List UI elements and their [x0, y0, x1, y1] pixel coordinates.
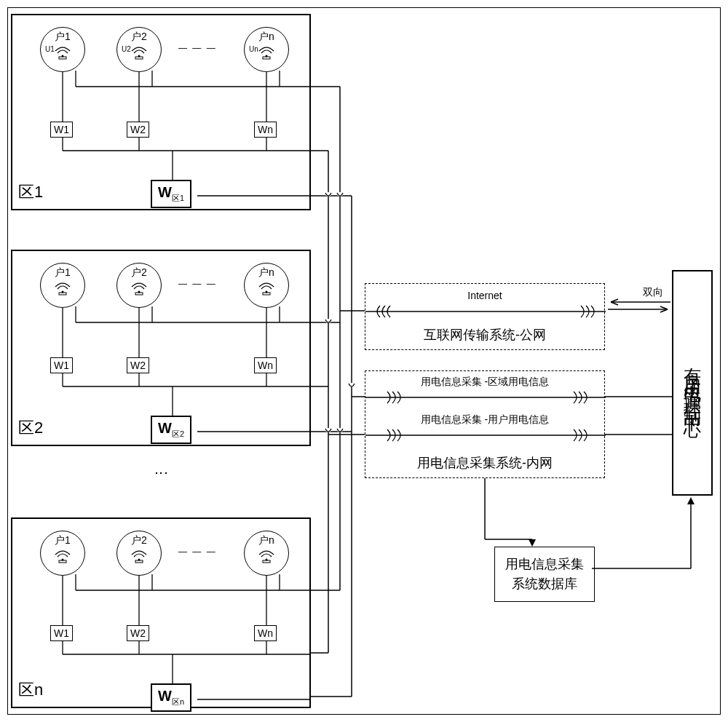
- user-wire: [365, 428, 606, 443]
- zone-1-meter-0: W1: [50, 357, 73, 373]
- wifi-icon: [131, 282, 147, 298]
- house-ellipsis: — — —: [178, 547, 217, 557]
- database-box: 用电信息采集 系统数据库: [494, 547, 595, 602]
- info-user-label: 用电信息采集 -用户用电信息: [365, 413, 604, 427]
- house-label: 户1: [55, 534, 71, 547]
- house-label: 户2: [131, 534, 147, 547]
- zone-0-aggregate-meter: W区1: [151, 180, 191, 208]
- house-sublabel: U2: [122, 45, 131, 53]
- zone-0-meter-2: Wn: [254, 122, 277, 138]
- db-line1: 用电信息采集: [505, 557, 584, 571]
- region-wire: [365, 390, 606, 405]
- db-line2: 系统数据库: [512, 576, 577, 591]
- control-center: 有序用电管理控制中心: [672, 270, 713, 496]
- svg-rect-66: [59, 560, 66, 563]
- control-label: 有序用电管理控制中心: [681, 354, 704, 412]
- zone-2-aggregate-meter: W区n: [151, 683, 191, 712]
- zone-1-label: 区1: [18, 181, 43, 203]
- svg-rect-68: [135, 560, 143, 563]
- wifi-icon: [131, 47, 147, 63]
- zone-1-house-2: 户n: [244, 263, 289, 308]
- zone-0-house-2: 户nUn: [244, 27, 289, 72]
- svg-rect-47: [59, 293, 66, 295]
- house-sublabel: U1: [45, 45, 55, 53]
- house-label: 户1: [55, 31, 71, 44]
- house-label: 户2: [131, 266, 147, 279]
- zone-0-house-1: 户2U2: [116, 27, 162, 72]
- info-region-label: 用电信息采集 -区域用电信息: [365, 376, 604, 389]
- zone-1-meter-1: W2: [127, 357, 149, 373]
- wifi-icon: [55, 550, 71, 566]
- house-label: 户n: [258, 31, 274, 44]
- zone-2-meter-2: Wn: [254, 625, 277, 641]
- zone-2-label: 区2: [18, 417, 43, 439]
- house-label: 户1: [55, 266, 71, 279]
- frame: 区1 区2 区n ⋮ Internet 互联网传输系统-公网 用电信息采集 -区…: [7, 7, 721, 715]
- zone-1-meter-2: Wn: [254, 357, 277, 373]
- svg-rect-28: [59, 57, 66, 59]
- wifi-icon: [258, 282, 274, 298]
- zone-0-meter-0: W1: [50, 122, 73, 138]
- internet-label: Internet: [365, 290, 604, 301]
- house-label: 户n: [258, 534, 274, 547]
- private-network-box: 用电信息采集 -区域用电信息 用电信息采集 -用户用电信息 用电信息采集系统-内…: [365, 370, 605, 478]
- zone-2-house-2: 户n: [244, 531, 289, 576]
- private-net-label: 用电信息采集系统-内网: [365, 454, 604, 472]
- zone-0-house-0: 户1U1: [40, 27, 85, 72]
- zone-2-meter-0: W1: [50, 625, 73, 641]
- house-label: 户2: [131, 31, 147, 44]
- wifi-icon: [55, 282, 71, 298]
- zone-2-house-0: 户1: [40, 531, 85, 576]
- house-label: 户n: [258, 266, 274, 279]
- zone-2-meter-1: W2: [127, 625, 149, 641]
- internet-wire: [365, 304, 606, 319]
- svg-rect-51: [263, 293, 270, 295]
- house-ellipsis: — — —: [178, 43, 217, 53]
- wifi-icon: [258, 47, 274, 63]
- svg-rect-30: [135, 57, 143, 59]
- zone-1-house-0: 户1: [40, 263, 85, 308]
- zone-1-house-1: 户2: [116, 263, 162, 308]
- house-sublabel: Un: [249, 45, 258, 53]
- public-network-box: Internet 互联网传输系统-公网: [365, 283, 605, 350]
- house-ellipsis: — — —: [178, 279, 217, 289]
- wifi-icon: [131, 550, 147, 566]
- vertical-ellipsis: ⋮: [154, 467, 170, 484]
- svg-rect-70: [263, 560, 270, 563]
- wifi-icon: [55, 47, 71, 63]
- zone-n-label: 区n: [18, 679, 43, 701]
- zone-2-house-1: 户2: [116, 531, 162, 576]
- bidir-arrows: [605, 298, 673, 315]
- wifi-icon: [258, 550, 274, 566]
- zone-0-meter-1: W2: [127, 122, 149, 138]
- svg-rect-32: [263, 57, 270, 59]
- public-net-label: 互联网传输系统-公网: [365, 326, 604, 344]
- svg-rect-49: [135, 293, 143, 295]
- zone-1-aggregate-meter: W区2: [151, 416, 191, 444]
